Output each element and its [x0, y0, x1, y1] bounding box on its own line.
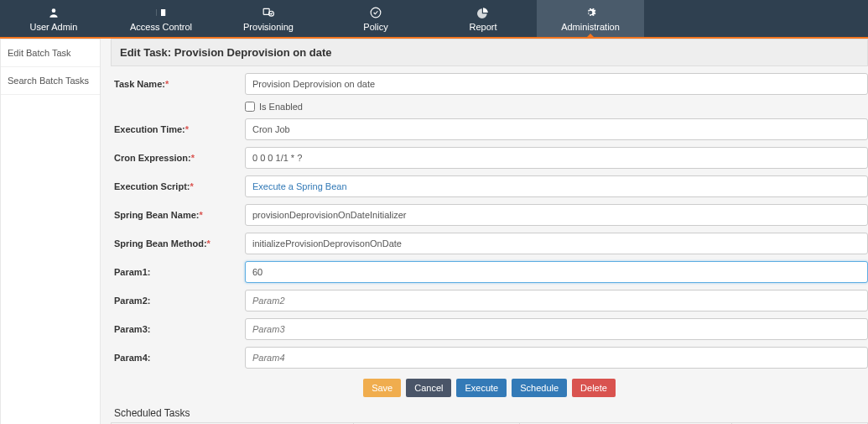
svg-point-0 [52, 8, 56, 13]
nav-label: Policy [322, 22, 429, 32]
nav-label: Access Control [107, 22, 215, 32]
label-param1: Param1: [111, 267, 245, 277]
nav-label: User Admin [0, 22, 107, 32]
param4-input[interactable] [245, 347, 868, 369]
delete-button[interactable]: Delete [572, 379, 616, 397]
param3-input[interactable] [245, 318, 868, 340]
execute-button[interactable]: Execute [456, 379, 507, 397]
provisioning-icon [215, 5, 322, 20]
svg-point-5 [371, 8, 381, 18]
task-name-input[interactable] [245, 73, 868, 95]
label-spring-bean-method: Spring Bean Method:* [111, 238, 245, 249]
edit-task-form: Task Name:* Is Enabled Execution Time:* … [111, 66, 868, 424]
pie-chart-icon [429, 5, 537, 20]
nav-label: Provisioning [215, 22, 322, 32]
nav-policy[interactable]: Policy [322, 0, 429, 37]
label-execution-time: Execution Time:* [111, 124, 245, 134]
spring-bean-method-input[interactable] [245, 233, 868, 254]
label-param4: Param4: [111, 353, 245, 363]
user-icon [0, 5, 107, 20]
scheduled-tasks-title: Scheduled Tasks [114, 407, 868, 419]
execution-time-input[interactable] [245, 118, 868, 140]
svg-rect-2 [157, 9, 161, 16]
gear-icon [537, 5, 644, 20]
nav-administration[interactable]: Administration [537, 0, 644, 37]
nav-report[interactable]: Report [429, 0, 537, 37]
spring-bean-name-input[interactable] [245, 204, 868, 226]
check-circle-icon [322, 5, 429, 20]
save-button[interactable]: Save [363, 379, 401, 397]
param2-input[interactable] [245, 290, 868, 311]
schedule-button[interactable]: Schedule [512, 379, 567, 397]
execution-script-input[interactable] [245, 175, 868, 197]
page-title: Edit Task: Provision Deprovision on date [111, 39, 868, 66]
is-enabled-checkbox[interactable] [245, 102, 255, 112]
param1-input[interactable] [245, 261, 868, 283]
nav-label: Report [429, 22, 537, 32]
label-param3: Param3: [111, 324, 245, 334]
sidebar-item-search-batch[interactable]: Search Batch Tasks [1, 67, 100, 95]
sidebar: Edit Batch Task Search Batch Tasks [0, 39, 101, 424]
label-cron-expression: Cron Expression:* [111, 153, 245, 163]
is-enabled-label: Is Enabled [259, 102, 303, 112]
sidebar-item-edit-batch[interactable]: Edit Batch Task [1, 39, 100, 67]
label-execution-script: Execution Script:* [111, 181, 245, 191]
main-content: Edit Task: Provision Deprovision on date… [101, 39, 868, 424]
nav-provisioning[interactable]: Provisioning [215, 0, 322, 37]
nav-label: Administration [537, 22, 644, 32]
label-param2: Param2: [111, 296, 245, 306]
nav-access-control[interactable]: Access Control [107, 0, 215, 37]
action-buttons: Save Cancel Execute Schedule Delete [111, 379, 868, 397]
cron-expression-input[interactable] [245, 147, 868, 169]
card-icon [107, 5, 215, 20]
cancel-button[interactable]: Cancel [406, 379, 451, 397]
label-task-name: Task Name:* [111, 79, 245, 89]
nav-user-admin[interactable]: User Admin [0, 0, 107, 37]
top-nav: User Admin Access Control Provisioning P… [0, 0, 868, 39]
label-spring-bean-name: Spring Bean Name:* [111, 210, 245, 220]
